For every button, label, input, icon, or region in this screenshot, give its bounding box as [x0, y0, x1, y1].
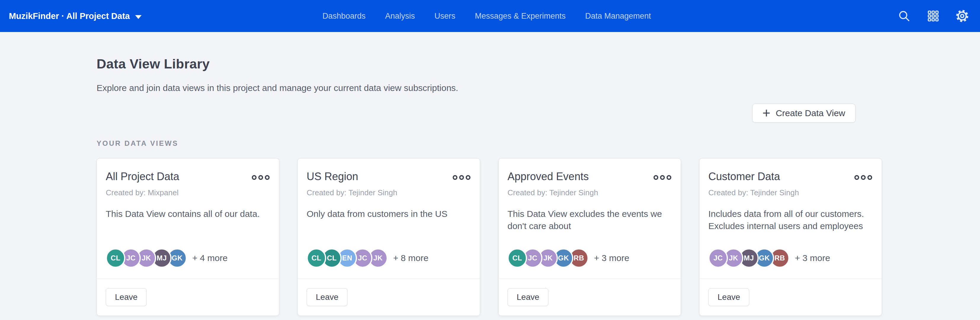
more-options-button[interactable] — [854, 174, 873, 181]
more-options-icon — [654, 175, 658, 180]
card-description: Includes data from all of our customers.… — [708, 208, 870, 232]
nav-item-users[interactable]: Users — [434, 11, 456, 21]
card-title: US Region — [307, 170, 358, 183]
card-description: This Data View excludes the events we do… — [508, 208, 669, 232]
more-members-label: + 4 more — [192, 253, 228, 263]
apps-grid-icon — [927, 10, 939, 22]
nav-item-data-management[interactable]: Data Management — [585, 11, 651, 21]
leave-button[interactable]: Leave — [307, 288, 347, 306]
member-avatar-row: CL CL EN JC JK + 8 more — [307, 248, 471, 279]
member-avatar-row: CL JC JK MJ GK + 4 more — [106, 248, 270, 279]
data-view-card-grid: All Project Data Created by: Mixpanel Th… — [97, 158, 980, 316]
card-title: Approved Events — [508, 170, 589, 183]
project-switcher-label: MuzikFinder · All Project Data — [9, 11, 130, 21]
page-subtitle: Explore and join data views in this proj… — [97, 83, 980, 93]
leave-button[interactable]: Leave — [708, 288, 749, 306]
nav-item-analysis[interactable]: Analysis — [385, 11, 415, 21]
create-data-view-button[interactable]: + Create Data View — [752, 104, 856, 123]
card-created-by: Created by: Tejinder Singh — [307, 188, 471, 197]
nav-item-dashboards[interactable]: Dashboards — [322, 11, 366, 21]
more-options-button[interactable] — [251, 174, 270, 181]
card-created-by: Created by: Tejinder Singh — [508, 188, 672, 197]
leave-button[interactable]: Leave — [508, 288, 548, 306]
card-created-by: Created by: Tejinder Singh — [708, 188, 873, 197]
header-icon-group — [898, 0, 969, 32]
card-created-by: Created by: Mixpanel — [106, 188, 270, 197]
leave-button[interactable]: Leave — [106, 288, 146, 306]
avatar: CL — [106, 248, 125, 268]
more-options-icon — [854, 175, 859, 180]
search-button[interactable] — [898, 10, 911, 22]
search-icon — [898, 10, 910, 22]
card-title: Customer Data — [708, 170, 780, 183]
create-data-view-label: Create Data View — [776, 108, 845, 118]
data-view-card-customer-data: Customer Data Created by: Tejinder Singh… — [699, 158, 882, 316]
avatar: CL — [508, 248, 527, 268]
member-avatar-row: JC JK MJ GK RB + 3 more — [708, 248, 873, 279]
project-switcher[interactable]: MuzikFinder · All Project Data — [9, 0, 142, 32]
nav-item-messages-experiments[interactable]: Messages & Experiments — [475, 11, 566, 21]
card-description: Only data from customers in the US — [307, 208, 468, 220]
more-members-label: + 3 more — [795, 253, 830, 263]
more-options-button[interactable] — [653, 174, 672, 181]
settings-gear-icon — [956, 10, 969, 22]
member-avatar-row: CL JC JK GK RB + 3 more — [508, 248, 672, 279]
card-title: All Project Data — [106, 170, 179, 183]
more-members-label: + 8 more — [393, 253, 428, 263]
page-title: Data View Library — [97, 56, 980, 72]
avatar: CL — [307, 248, 326, 268]
more-options-button[interactable] — [452, 174, 471, 181]
settings-button[interactable] — [956, 10, 969, 22]
data-view-card-approved-events: Approved Events Created by: Tejinder Sin… — [498, 158, 681, 316]
more-options-icon — [453, 175, 457, 180]
avatar: JC — [708, 248, 728, 268]
primary-nav: Dashboards Analysis Users Messages & Exp… — [322, 0, 651, 32]
top-navigation-bar: MuzikFinder · All Project Data Dashboard… — [0, 0, 980, 32]
data-view-card-all-project-data: All Project Data Created by: Mixpanel Th… — [97, 158, 279, 316]
more-options-icon — [252, 175, 256, 180]
more-members-label: + 3 more — [594, 253, 629, 263]
chevron-down-icon — [135, 15, 142, 19]
data-view-library-page: Data View Library Explore and join data … — [0, 56, 980, 316]
card-description: This Data View contains all of our data. — [106, 208, 267, 220]
apps-grid-button[interactable] — [927, 10, 940, 22]
section-label-your-data-views: YOUR DATA VIEWS — [97, 139, 980, 148]
data-view-card-us-region: US Region Created by: Tejinder Singh Onl… — [298, 158, 480, 316]
